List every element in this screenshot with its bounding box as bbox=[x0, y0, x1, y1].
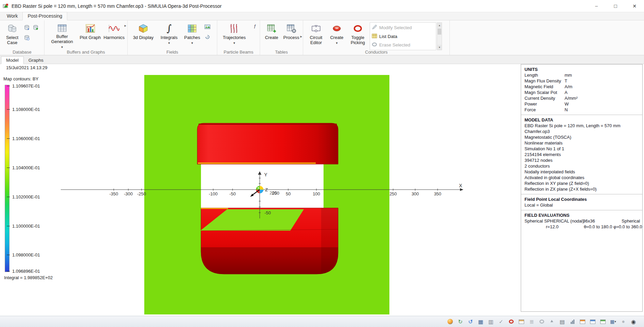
model-data-line: EBD Raster Si pole = 120 mm, Length = 57… bbox=[525, 123, 639, 129]
coil-line bbox=[198, 162, 316, 164]
close-button[interactable] bbox=[625, 0, 644, 12]
modify-selected-item[interactable]: Modify Selected bbox=[372, 24, 434, 32]
dropdown-arrow-icon bbox=[168, 40, 170, 45]
coil-line-lower bbox=[201, 208, 228, 209]
trajectories-button[interactable]: Trajectories bbox=[219, 22, 249, 50]
model-viewport[interactable]: -350 -300 -250 -100 -50 50 100 250 300 3… bbox=[0, 64, 644, 316]
status-refresh-icon[interactable]: ↻ bbox=[456, 318, 465, 326]
x-axis-arrow-icon bbox=[460, 188, 463, 191]
fe-cell: r=12.0 bbox=[546, 224, 583, 230]
status-torus-red-icon[interactable] bbox=[507, 318, 516, 326]
maximize-button[interactable] bbox=[606, 0, 625, 12]
toggle-picking-label: Toggle Picking bbox=[348, 35, 368, 45]
group-label-particle-beams: Particle Beams bbox=[217, 50, 260, 55]
svg-text:100: 100 bbox=[313, 191, 320, 196]
tables-create-button[interactable]: Create bbox=[262, 22, 281, 50]
circuit-editor-button[interactable]: Circuit Editor bbox=[305, 22, 327, 50]
spiral-icon[interactable] bbox=[204, 33, 211, 41]
list-data-item[interactable]: List Data bbox=[372, 33, 434, 40]
unit-value: W bbox=[565, 101, 639, 107]
tab-post-processing[interactable]: Post-Processing bbox=[22, 12, 67, 20]
scroll-up-icon[interactable]: ▴ bbox=[437, 23, 442, 28]
scroll-track[interactable] bbox=[437, 28, 442, 45]
database-refresh-icon[interactable] bbox=[23, 34, 31, 41]
status-rotate-view-icon[interactable]: ↺ bbox=[466, 318, 475, 326]
unit-value: A/mm² bbox=[565, 95, 639, 101]
conductor-create-button[interactable]: Create bbox=[328, 22, 346, 50]
unit-value: A bbox=[565, 90, 639, 95]
plot-graph-label: Plot Graph bbox=[80, 35, 101, 40]
tables-process-button[interactable]: Process bbox=[282, 22, 301, 50]
tab-model[interactable]: Model bbox=[1, 56, 24, 64]
status-sliders-icon[interactable]: ≣ bbox=[527, 318, 536, 326]
buffer-generation-button[interactable]: Buffer Generation bbox=[47, 22, 78, 50]
status-table-blue-icon[interactable] bbox=[588, 318, 597, 326]
conductor-list-scrollbar[interactable]: ▴ ▾ bbox=[437, 22, 442, 50]
dropdown-arrow-icon bbox=[233, 40, 235, 45]
status-clip-plane-icon[interactable]: ▥ bbox=[486, 318, 495, 326]
group-fields: 3d Display ∫ Integrals Patches Fields bbox=[128, 20, 217, 55]
status-table-orange-icon[interactable] bbox=[578, 318, 587, 326]
status-check-icon[interactable]: ✓ bbox=[497, 318, 505, 326]
tab-work[interactable]: Work bbox=[2, 12, 22, 20]
plot-graph-button[interactable]: Plot Graph bbox=[78, 22, 102, 50]
harmonics-button[interactable]: Harmonics bbox=[103, 22, 125, 50]
status-circle-gray-icon[interactable]: ● bbox=[619, 318, 628, 326]
scroll-thumb[interactable] bbox=[438, 28, 441, 35]
legend-title: Map contours: BY bbox=[3, 76, 38, 81]
legend-label: 1.104000E-01 bbox=[12, 165, 40, 170]
erase-selected-item[interactable]: Erase Selected bbox=[372, 41, 434, 49]
status-table-green-icon[interactable] bbox=[599, 318, 607, 326]
tab-graphs[interactable]: Graphs bbox=[24, 57, 48, 64]
status-grid-dropdown-icon[interactable]: ▦▾ bbox=[609, 318, 618, 326]
field-evaluation-row: Spherical SPHERICAL (nodal) 36x36 Spheri… bbox=[525, 218, 639, 224]
svg-text:350: 350 bbox=[434, 191, 441, 196]
fe-cell: 36x36 bbox=[583, 218, 622, 224]
status-list-view-icon[interactable]: ▤ bbox=[558, 318, 567, 326]
database-copy-icon[interactable] bbox=[23, 24, 31, 31]
database-add-icon[interactable] bbox=[32, 24, 39, 31]
fe-cell: Spherical bbox=[622, 218, 640, 224]
legend-tick bbox=[7, 255, 10, 255]
field-evaluations-heading: FIELD EVALUATIONS bbox=[525, 212, 639, 218]
group-buffers-graphs: Buffer Generation Plot Graph Harmonics B… bbox=[44, 20, 128, 55]
status-record-icon[interactable]: ◉ bbox=[629, 318, 638, 326]
legend-label: 1.108000E-01 bbox=[12, 107, 40, 112]
field-image-icon[interactable] bbox=[204, 23, 211, 31]
harmonics-label: Harmonics bbox=[104, 35, 125, 40]
tables-flyout-arrow-icon[interactable] bbox=[300, 33, 302, 39]
integrals-button[interactable]: ∫ Integrals bbox=[158, 22, 181, 50]
patches-grid-icon bbox=[187, 22, 197, 35]
bottom-magnet-base-shade bbox=[201, 247, 338, 274]
toggle-picking-button[interactable]: Toggle Picking bbox=[347, 22, 369, 50]
model-data-line: Reflection in ZX plane (Z+X fields=0) bbox=[525, 186, 639, 192]
status-pointer-icon[interactable] bbox=[548, 318, 556, 326]
buffers-flyout-arrow-icon[interactable] bbox=[124, 22, 126, 28]
patches-button[interactable]: Patches bbox=[181, 22, 203, 50]
scroll-down-icon[interactable]: ▾ bbox=[437, 45, 442, 50]
buffer-grid-icon bbox=[57, 22, 67, 34]
table-gear-icon bbox=[286, 22, 296, 35]
status-sphere-icon[interactable] bbox=[446, 318, 455, 326]
status-table-tan-icon[interactable] bbox=[517, 318, 526, 326]
status-torus-gray-icon[interactable] bbox=[537, 318, 546, 326]
app-icon bbox=[3, 3, 9, 9]
legend-label: 1.096896E-01 bbox=[12, 269, 40, 274]
svg-text:-100: -100 bbox=[209, 191, 218, 196]
status-mesh-edit-icon[interactable]: ▦ bbox=[476, 318, 485, 326]
model-data-line: Nonlinear materials bbox=[525, 140, 639, 146]
window-title: EBD Raster Si pole = 120 mm, Length = 57… bbox=[12, 3, 587, 9]
3d-display-button[interactable]: 3d Display bbox=[130, 22, 157, 50]
units-table: Lengthmm Magn Flux DensityT Magnetic Fie… bbox=[525, 72, 639, 113]
picking-ring-icon bbox=[353, 22, 363, 35]
particle-function-icon[interactable]: ƒ bbox=[251, 22, 259, 30]
unit-label: Magnetic Field bbox=[525, 84, 565, 90]
group-tables: Create Process Tables bbox=[260, 20, 303, 55]
legend-label: 1.100000E-01 bbox=[12, 224, 40, 229]
status-histogram-icon[interactable] bbox=[568, 318, 577, 326]
minimize-button[interactable] bbox=[587, 0, 606, 12]
unit-label: Force bbox=[525, 107, 565, 113]
select-case-button[interactable]: Select Case bbox=[2, 22, 22, 50]
group-database: Select Case Database bbox=[0, 20, 44, 55]
conductor-create-label: Create bbox=[330, 35, 343, 40]
